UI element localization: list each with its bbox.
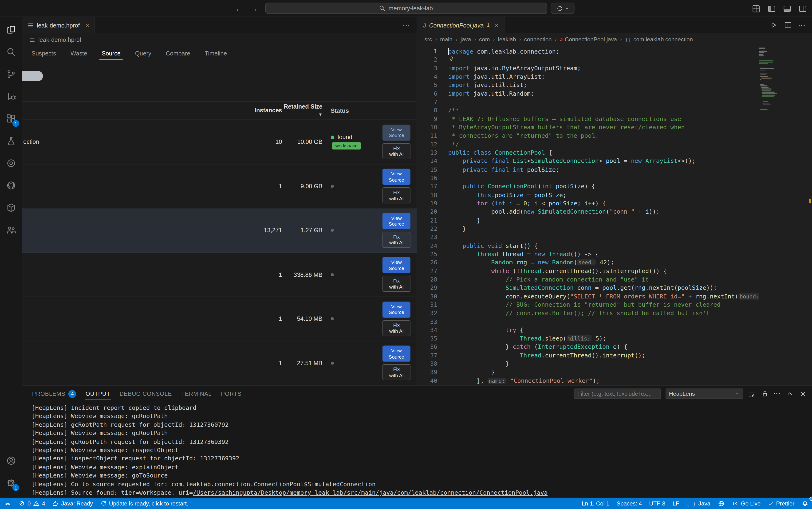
heaplens-icon[interactable] [3, 155, 19, 171]
command-center-search[interactable]: memory-leak-lab [265, 3, 547, 14]
testing-icon[interactable] [3, 133, 19, 149]
row-actions: View SourceFix with AI [380, 257, 412, 292]
split-editor-icon[interactable] [784, 21, 791, 29]
tab-connectionpool-java[interactable]: J ConnectionPool.java 1 × [417, 17, 505, 33]
close-icon[interactable]: × [85, 22, 89, 29]
code-line: public void start() { [448, 241, 759, 250]
view-source-button[interactable]: View Source [383, 346, 411, 362]
fix-with-ai-button[interactable]: Fix with AI [383, 320, 411, 336]
history-back-button[interactable]: ← [235, 4, 243, 13]
update-status[interactable]: Update is ready, click to restart. [97, 498, 192, 509]
code-area[interactable]: 1234567891011121314151617181920212223242… [417, 45, 812, 385]
go-live-button[interactable]: Go Live [728, 498, 764, 509]
output-log[interactable]: [HeapLens] Incident report copied to cli… [22, 401, 812, 497]
history-forward-button[interactable]: → [251, 4, 258, 13]
source-file-link[interactable]: /Users/sachingupta/Desktop/memory-leak-l… [193, 489, 548, 496]
toggle-sidebar-icon[interactable] [768, 4, 776, 13]
column-retained-size[interactable]: Retained Size ▼ [282, 104, 323, 118]
layout-grid-icon[interactable] [752, 4, 760, 13]
view-source-button[interactable]: View Source [383, 257, 411, 273]
close-icon[interactable]: × [495, 22, 498, 29]
extensions-icon[interactable]: 1 [3, 110, 19, 127]
leak-row[interactable]: 127.51 MBView SourceFix with AI [22, 341, 417, 385]
fix-with-ai-button[interactable]: Fix with AI [383, 276, 411, 292]
panel-tab-debug-console[interactable]: DEBUG CONSOLE [115, 386, 176, 401]
column-status[interactable]: Status [323, 108, 381, 114]
view-source-button[interactable]: View Source [383, 125, 411, 140]
more-actions-icon[interactable]: ··· [774, 391, 781, 397]
lock-scroll-icon[interactable] [760, 389, 769, 398]
more-actions-icon[interactable]: ··· [799, 22, 806, 28]
source-control-icon[interactable] [3, 66, 19, 82]
word-wrap-icon[interactable] [748, 389, 756, 398]
heaplens-tab-waste[interactable]: Waste [63, 46, 94, 60]
toggle-secondary-sidebar-icon[interactable] [799, 4, 807, 13]
run-icon[interactable] [770, 21, 777, 29]
cursor-position[interactable]: Ln 1, Col 1 [578, 498, 613, 509]
leak-row[interactable]: ection1010.00 GBfoundworkspaceView Sourc… [22, 120, 417, 164]
heaplens-tab-source[interactable]: Source [95, 46, 128, 60]
toggle-panel-icon[interactable] [783, 4, 791, 13]
breadcrumb-item[interactable]: connection [524, 36, 552, 42]
output-channel-select[interactable]: HeapLens [665, 388, 743, 399]
indentation[interactable]: Spaces: 4 [613, 498, 646, 509]
view-source-button[interactable]: View Source [383, 302, 411, 317]
breadcrumb-item[interactable]: main [440, 36, 452, 42]
breadcrumb-item[interactable]: {}com.leaklab.connection [625, 36, 693, 42]
encoding[interactable]: UTF-8 [646, 498, 669, 509]
breadcrumb-item[interactable]: JConnectionPool.java [560, 36, 617, 42]
minimap-line [761, 89, 772, 90]
java-status[interactable]: Java: Ready [49, 498, 97, 509]
command-center-label: memory-leak-lab [389, 5, 433, 11]
panel-tab-terminal[interactable]: TERMINAL [176, 386, 216, 401]
problems-status[interactable]: 0 4 [15, 498, 49, 509]
panel-tab-problems[interactable]: PROBLEMS4 [28, 386, 81, 401]
package-icon[interactable] [3, 199, 19, 216]
heaplens-tab-query[interactable]: Query [128, 46, 159, 60]
breadcrumb-item[interactable]: leaklab [498, 36, 516, 42]
leak-row[interactable]: 19.00 GBView SourceFix with AI [22, 164, 417, 208]
panel-tab-output[interactable]: OUTPUT [81, 386, 115, 401]
heaplens-tab-compare[interactable]: Compare [158, 46, 197, 60]
leak-row[interactable]: 1338.86 MBView SourceFix with AI [22, 252, 417, 297]
fix-with-ai-button[interactable]: Fix with AI [383, 364, 411, 380]
breadcrumb-item[interactable]: java [460, 36, 471, 42]
files-icon[interactable] [3, 21, 19, 38]
eol-sequence[interactable]: LF [669, 498, 683, 509]
leak-row[interactable]: 13,2711.27 GBView SourceFix with AI [22, 208, 417, 252]
panel-tab-ports[interactable]: PORTS [216, 386, 246, 401]
view-source-button[interactable]: View Source [383, 213, 411, 229]
filter-pill[interactable] [22, 71, 43, 81]
layout-control[interactable] [551, 3, 574, 14]
breadcrumb-item[interactable]: com [479, 36, 490, 42]
leak-row[interactable]: 154.10 MBView SourceFix with AI [22, 297, 417, 341]
github-icon[interactable] [3, 177, 19, 194]
breadcrumb-item[interactable]: src [424, 36, 432, 42]
minimap-line [759, 56, 764, 57]
ports-globe[interactable] [714, 498, 728, 509]
settings-gear-icon[interactable]: 1 [3, 474, 19, 491]
account-icon[interactable] [3, 452, 19, 469]
close-panel-icon[interactable] [799, 389, 807, 398]
language-mode[interactable]: { }Java [683, 498, 714, 509]
tab-leak-demo-hprof[interactable]: leak-demo.hprof × [22, 17, 95, 33]
view-source-button[interactable]: View Source [383, 169, 411, 185]
webview-subtitle: leak-demo.hprof [22, 33, 417, 46]
column-instances[interactable]: Instances [220, 107, 282, 114]
heaplens-tab-suspects[interactable]: Suspects [24, 46, 63, 60]
maximize-panel-icon[interactable] [786, 389, 794, 398]
lightbulb-icon[interactable] [448, 56, 454, 62]
organization-icon[interactable] [3, 222, 19, 238]
more-actions-icon[interactable]: ··· [403, 22, 417, 28]
search-icon[interactable] [3, 43, 19, 60]
fix-with-ai-button[interactable]: Fix with AI [383, 187, 411, 203]
output-filter-input[interactable] [574, 388, 660, 399]
heaplens-tab-timeline[interactable]: Timeline [197, 46, 234, 60]
remote-indicator[interactable]: >< [0, 498, 15, 509]
prettier-status[interactable]: Prettier [764, 498, 798, 509]
notifications-bell[interactable] [798, 498, 812, 509]
run-and-debug-icon[interactable] [3, 88, 19, 104]
fix-with-ai-button[interactable]: Fix with AI [383, 232, 411, 248]
minimap[interactable] [759, 48, 776, 111]
fix-with-ai-button[interactable]: Fix with AI [383, 143, 411, 159]
